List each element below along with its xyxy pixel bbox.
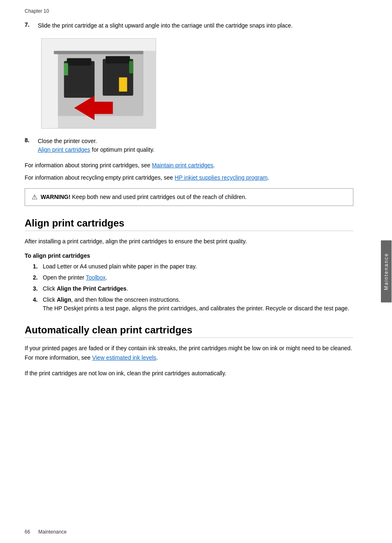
- step-7: 7. Slide the print cartridge at a slight…: [25, 21, 353, 30]
- svg-rect-2: [64, 61, 95, 98]
- align-sub-heading: To align print cartridges: [25, 252, 353, 259]
- align-step-3: 3. Click Align the Print Cartridges.: [33, 284, 353, 293]
- align-section-intro: After installing a print cartridge, alig…: [25, 237, 353, 246]
- recycling-link[interactable]: HP inkjet supplies recycling program: [175, 174, 267, 181]
- auto-clean-para1: If your printed pages are faded or if th…: [25, 344, 353, 362]
- step-7-content: Slide the print cartridge at a slight up…: [38, 21, 353, 30]
- maintain-cartridges-link[interactable]: Maintain print cartridges: [152, 162, 213, 169]
- view-ink-levels-link[interactable]: View estimated ink levels: [92, 354, 156, 361]
- align-step-2: 2. Open the printer Toolbox.: [33, 273, 353, 282]
- align-step-1-content: Load Letter or A4 unused plain white pap…: [43, 262, 353, 271]
- align-section-heading: Align print cartridges: [25, 217, 353, 231]
- align-step-3-content: Click Align the Print Cartridges.: [43, 284, 353, 293]
- align-step-1: 1. Load Letter or A4 unused plain white …: [33, 262, 353, 271]
- svg-rect-6: [106, 56, 130, 64]
- page-number: 66: [25, 529, 30, 535]
- align-step-3-bold: Align the Print Cartridges: [57, 285, 127, 292]
- svg-rect-12: [54, 51, 143, 54]
- align-step-1-num: 1.: [33, 262, 43, 271]
- warning-icon: ⚠: [32, 193, 37, 201]
- align-step-4-content: Click Align, and then follow the onscree…: [43, 296, 353, 313]
- side-tab-container: Maintenance: [380, 0, 392, 543]
- recycling-info: For information about recycling empty pr…: [25, 173, 353, 182]
- svg-rect-11: [42, 39, 155, 51]
- storing-info: For information about storing print cart…: [25, 161, 353, 170]
- toolbox-link[interactable]: Toolbox: [86, 274, 106, 281]
- align-cartridges-link-1[interactable]: Align print cartridges: [38, 146, 90, 153]
- chapter-label: Chapter 10: [25, 8, 353, 14]
- align-step-4-num: 4.: [33, 296, 43, 313]
- warning-text: WARNING! Keep both new and used print ca…: [41, 193, 247, 201]
- footer-section: Maintenance: [38, 529, 67, 535]
- align-step-3-num: 3.: [33, 284, 43, 293]
- auto-clean-para2: If the print cartridges are not low on i…: [25, 369, 353, 378]
- svg-rect-4: [64, 63, 68, 75]
- step-7-number: 7.: [25, 21, 38, 30]
- footer: 66 Maintenance: [25, 529, 67, 535]
- align-step-2-num: 2.: [33, 273, 43, 282]
- main-content: Chapter 10 7. Slide the print cartridge …: [0, 0, 378, 543]
- step-8: 8. Close the printer cover. Align print …: [25, 137, 353, 154]
- auto-clean-heading: Automatically clean print cartridges: [25, 324, 353, 338]
- svg-rect-5: [103, 59, 133, 96]
- cartridge-image: [41, 38, 156, 129]
- warning-box: ⚠ WARNING! Keep both new and used print …: [25, 188, 353, 206]
- svg-rect-8: [119, 77, 127, 92]
- align-step-4: 4. Click Align, and then follow the onsc…: [33, 296, 353, 313]
- align-step-2-content: Open the printer Toolbox.: [43, 273, 353, 282]
- align-steps-list: 1. Load Letter or A4 unused plain white …: [33, 262, 353, 313]
- warning-label: WARNING!: [41, 194, 70, 200]
- align-step-4-bold: Align: [57, 296, 71, 303]
- step-8-text: Close the printer cover.: [38, 138, 97, 144]
- page: Chapter 10 7. Slide the print cartridge …: [0, 0, 392, 543]
- step-8-content: Close the printer cover. Align print car…: [38, 137, 353, 154]
- side-tab-label: Maintenance: [381, 240, 392, 303]
- svg-rect-3: [67, 58, 91, 66]
- svg-rect-7: [129, 61, 133, 74]
- step-8-number: 8.: [25, 137, 38, 154]
